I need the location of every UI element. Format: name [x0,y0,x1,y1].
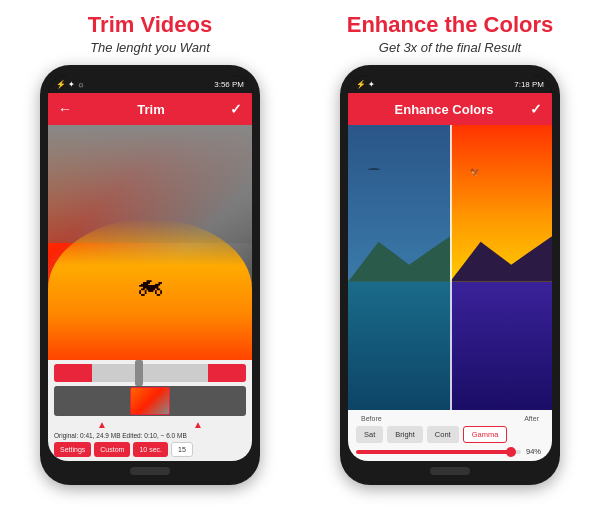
trim-mini-thumb [130,387,170,415]
fifteen-button[interactable]: 15 [171,442,193,457]
right-panel: Enhance the Colors Get 3x of the final R… [300,0,600,516]
phone-enhance-screen: ⚡ ✦ 7:18 PM Enhance Colors ✓ [348,75,552,461]
trim-arrows: ▲ ▲ [54,419,246,430]
trim-arrow-right: ▲ [193,419,203,430]
slider-percent: 94% [526,447,544,456]
trim-info: Original: 0:41, 24.9 MB Edited: 0:10, ~ … [54,432,246,439]
moto-silhouette: 🏍 [136,268,164,301]
tab-gamma[interactable]: Gamma [463,426,508,443]
after-label: After [524,415,539,422]
trim-arrow-left: ▲ [97,419,107,430]
home-button-enhance[interactable] [430,467,470,475]
before-panel [348,125,450,410]
trim-left-handle [54,364,92,382]
trim-right-handle [208,364,246,382]
water-after [450,282,552,410]
right-panel-subtitle: Get 3x of the final Result [379,40,521,55]
before-label: Before [361,415,382,422]
app-bar-title-trim: Trim [72,102,230,117]
color-controls: Before After Sat Bright Cont Gamma 94% [348,410,552,461]
water-before [348,282,450,410]
app-bar-title-enhance: Enhance Colors [358,102,530,117]
status-icons-trim: ⚡ ✦ ☼ [56,80,85,89]
left-panel-subtitle: The lenght you Want [90,40,210,55]
home-button-trim[interactable] [130,467,170,475]
ten-sec-button[interactable]: 10 sec. [133,442,168,457]
gamma-slider[interactable] [356,450,521,454]
phone-trim: ⚡ ✦ ☼ 3:56 PM ← Trim ✓ 🏍 [40,65,260,485]
video-preview-trim: 🏍 [48,125,252,360]
before-after-labels: Before After [356,415,544,422]
after-panel: 🦅 [450,125,552,410]
back-button-trim[interactable]: ← [58,101,72,117]
status-bar-trim: ⚡ ✦ ☼ 3:56 PM [48,75,252,93]
moto-scene: 🏍 [48,125,252,360]
slider-thumb [506,447,516,457]
color-tabs: Sat Bright Cont Gamma [356,426,544,443]
tab-cont[interactable]: Cont [427,426,459,443]
trim-controls: ▲ ▲ Original: 0:41, 24.9 MB Edited: 0:10… [48,360,252,461]
bird-after: 🦅 [470,168,480,177]
tab-bright[interactable]: Bright [387,426,423,443]
left-panel: Trim Videos The lenght you Want ⚡ ✦ ☼ 3:… [0,0,300,516]
color-split-preview: 🦅 [348,125,552,410]
video-thumbnail: 🏍 [48,125,252,360]
bird-before [368,168,380,172]
trim-mini-preview [54,386,246,416]
status-bar-enhance: ⚡ ✦ 7:18 PM [348,75,552,93]
status-time-trim: 3:56 PM [214,80,244,89]
trim-playhead [135,360,143,386]
app-bar-enhance: Enhance Colors ✓ [348,93,552,125]
split-divider [450,125,452,410]
app-bar-trim: ← Trim ✓ [48,93,252,125]
status-icons-enhance: ⚡ ✦ [356,80,375,89]
phone-enhance: ⚡ ✦ 7:18 PM Enhance Colors ✓ [340,65,560,485]
phone-trim-screen: ⚡ ✦ ☼ 3:56 PM ← Trim ✓ 🏍 [48,75,252,461]
settings-button[interactable]: Settings [54,442,91,457]
color-slider-row: 94% [356,447,544,456]
status-time-enhance: 7:18 PM [514,80,544,89]
custom-button[interactable]: Custom [94,442,130,457]
trim-bar[interactable] [54,364,246,382]
right-panel-title: Enhance the Colors [347,12,554,38]
confirm-button-trim[interactable]: ✓ [230,101,242,117]
trim-buttons: Settings Custom 10 sec. 15 [54,442,246,457]
left-panel-title: Trim Videos [88,12,212,38]
tab-sat[interactable]: Sat [356,426,383,443]
confirm-button-enhance[interactable]: ✓ [530,101,542,117]
